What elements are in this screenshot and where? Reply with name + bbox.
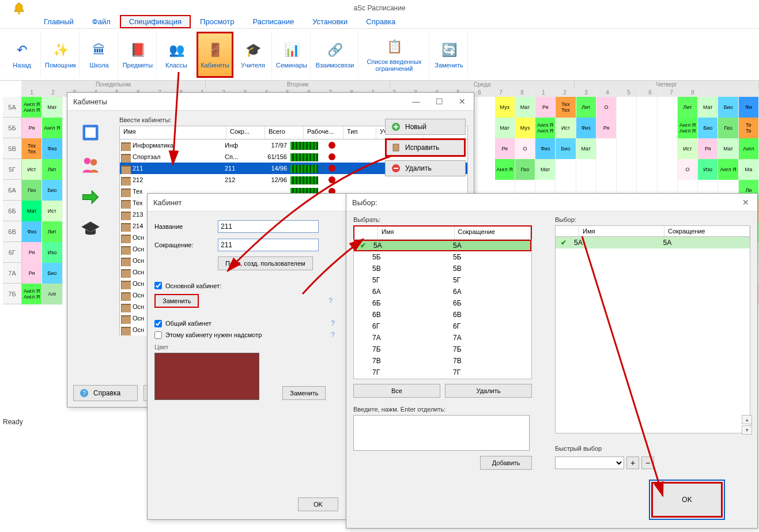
tt-cell[interactable]: Фи bbox=[739, 97, 759, 118]
tt-cell[interactable]: Мат bbox=[495, 118, 515, 139]
tt-cell[interactable]: Физ bbox=[535, 138, 556, 160]
remove-button[interactable]: Удалить bbox=[445, 384, 532, 398]
tt-cell[interactable] bbox=[658, 138, 678, 160]
list-item[interactable]: 7А7А bbox=[354, 332, 531, 344]
tt-cell[interactable]: Лит bbox=[42, 159, 62, 180]
ribbon-Взаимосвязи[interactable]: 🔗Взаимосвязи bbox=[312, 32, 358, 78]
tt-cell[interactable]: Ря bbox=[495, 138, 515, 160]
tt-cell[interactable]: Физ bbox=[42, 138, 62, 160]
ribbon-Список введенных ограничений[interactable]: 📋Список введенных ограничений bbox=[360, 32, 429, 78]
col-header[interactable]: Тип bbox=[343, 126, 376, 139]
tt-cell[interactable]: Био bbox=[42, 263, 62, 284]
tt-cell[interactable]: Изо bbox=[42, 242, 62, 263]
tt-cell[interactable]: Англ ЯАнгл Я bbox=[22, 284, 42, 305]
tt-cell[interactable]: Ист bbox=[678, 138, 698, 160]
tt-cell[interactable]: Ря bbox=[22, 242, 42, 263]
col-header[interactable]: Имя bbox=[120, 126, 226, 139]
tt-cell[interactable]: Ря bbox=[22, 118, 42, 139]
ribbon-Классы[interactable]: 👥Классы bbox=[158, 32, 195, 78]
graduation-cap-icon[interactable] bbox=[80, 219, 101, 240]
tt-cell[interactable]: Гео bbox=[22, 180, 42, 201]
selected-list[interactable]: ✔5А5А bbox=[555, 237, 750, 433]
user-fields-button[interactable]: Поля, созд. пользователем bbox=[218, 256, 313, 270]
list-item[interactable]: ✔5А5А bbox=[354, 240, 531, 251]
tt-cell[interactable]: Ря bbox=[22, 263, 42, 284]
tt-cell[interactable]: Алг bbox=[42, 284, 62, 305]
col-header[interactable]: Всего bbox=[265, 126, 304, 139]
entry-textarea[interactable] bbox=[353, 415, 530, 451]
tt-cell[interactable]: Био bbox=[556, 138, 576, 160]
tt-cell[interactable]: Англ ЯАнгл Я bbox=[678, 118, 698, 139]
new-button[interactable]: Новый bbox=[385, 119, 466, 135]
tt-cell[interactable] bbox=[617, 138, 637, 160]
ribbon-Школа[interactable]: 🏛Школа bbox=[81, 32, 118, 78]
ribbon-Предметы[interactable]: 📕Предметы bbox=[119, 32, 157, 78]
arrow-right-icon[interactable] bbox=[80, 187, 101, 207]
tt-cell[interactable] bbox=[637, 118, 657, 139]
tt-cell[interactable]: Англ Я bbox=[42, 118, 62, 139]
minimize-icon[interactable]: — bbox=[405, 93, 428, 110]
tt-cell[interactable]: Гео bbox=[718, 118, 738, 139]
tt-cell[interactable]: Лит bbox=[678, 97, 698, 118]
tt-cell[interactable]: ТеТе bbox=[739, 118, 759, 139]
tt-cell[interactable]: Лит bbox=[42, 221, 62, 243]
tt-cell[interactable]: Мат bbox=[535, 159, 556, 180]
tt-cell[interactable]: О bbox=[678, 159, 698, 180]
ribbon-Помощник[interactable]: ✨Помощник bbox=[42, 32, 80, 78]
close-icon[interactable]: ✕ bbox=[451, 93, 474, 110]
plus-button[interactable]: + bbox=[626, 456, 639, 469]
tt-cell[interactable] bbox=[617, 159, 637, 180]
tt-cell[interactable] bbox=[617, 118, 637, 139]
ribbon-Кабинеты[interactable]: 🚪Кабинеты bbox=[197, 32, 233, 78]
tt-cell[interactable] bbox=[556, 159, 576, 180]
ok-button[interactable]: OK bbox=[298, 497, 338, 511]
change-color-button[interactable]: Заменить bbox=[282, 386, 326, 400]
close-icon[interactable]: ✕ bbox=[734, 194, 757, 211]
list-item[interactable]: 6В6В bbox=[354, 309, 531, 320]
menu-Установки[interactable]: Установки bbox=[303, 15, 357, 28]
tt-cell[interactable] bbox=[637, 97, 657, 118]
tt-cell[interactable]: Ря bbox=[535, 97, 556, 118]
tt-cell[interactable]: Лит bbox=[576, 97, 596, 118]
subjects-icon[interactable] bbox=[80, 122, 101, 143]
tt-cell[interactable]: ТехТех bbox=[556, 97, 576, 118]
list-item[interactable]: 5В5В bbox=[354, 263, 531, 274]
tt-cell[interactable] bbox=[637, 138, 657, 160]
tt-cell[interactable]: Мат bbox=[515, 97, 535, 118]
quick-select[interactable] bbox=[555, 456, 624, 469]
scroll-arrows[interactable]: ▴▾ bbox=[742, 415, 752, 435]
menu-Спецификация[interactable]: Спецификация bbox=[120, 15, 191, 28]
menu-Главный[interactable]: Главный bbox=[35, 15, 83, 28]
help-icon[interactable]: ? bbox=[328, 297, 337, 305]
menu-Файл[interactable]: Файл bbox=[83, 15, 120, 28]
delete-button[interactable]: Удалить bbox=[385, 160, 466, 176]
replace-main-button[interactable]: Заменить bbox=[154, 294, 199, 308]
ok-button[interactable]: OK bbox=[651, 482, 723, 518]
edit-button[interactable]: Исправить bbox=[385, 138, 466, 157]
tt-cell[interactable] bbox=[658, 118, 678, 139]
menu-Просмотр[interactable]: Просмотр bbox=[191, 15, 243, 28]
tt-cell[interactable]: Ист bbox=[556, 118, 576, 139]
col-header[interactable]: Сокр... bbox=[226, 126, 265, 139]
select-all-button[interactable]: Все bbox=[353, 384, 440, 398]
tt-cell[interactable]: Англ bbox=[739, 138, 759, 160]
ribbon-Семинары[interactable]: 📊Семинары bbox=[273, 32, 311, 78]
list-item[interactable]: 7Г7Г bbox=[354, 367, 531, 378]
name-input[interactable] bbox=[218, 220, 319, 233]
list-item[interactable]: 7В7В bbox=[354, 355, 531, 367]
tt-cell[interactable]: Био bbox=[42, 180, 62, 201]
tt-cell[interactable]: Муз bbox=[495, 97, 515, 118]
available-list[interactable]: ✔5А5А5Б5Б5В5В5Г5Г6А6А6Б6Б6В6В6Г6Г7А7А7Б7… bbox=[353, 240, 532, 379]
tt-cell[interactable]: Физ bbox=[576, 118, 596, 139]
tt-cell[interactable] bbox=[596, 159, 617, 180]
tt-cell[interactable]: Мат bbox=[698, 97, 718, 118]
minus-button[interactable]: − bbox=[641, 456, 654, 469]
list-item[interactable]: ✔5А5А bbox=[556, 237, 750, 248]
ribbon-Учителя[interactable]: 🎓Учителя bbox=[235, 32, 272, 78]
tt-cell[interactable]: Био bbox=[718, 97, 738, 118]
add-button[interactable]: Добавить bbox=[480, 456, 532, 470]
list-item[interactable]: 8А8А bbox=[354, 378, 531, 379]
tt-cell[interactable] bbox=[596, 138, 617, 160]
list-item[interactable]: 5Б5Б bbox=[354, 251, 531, 263]
ribbon-Заменить[interactable]: 🔄Заменить bbox=[431, 32, 468, 78]
